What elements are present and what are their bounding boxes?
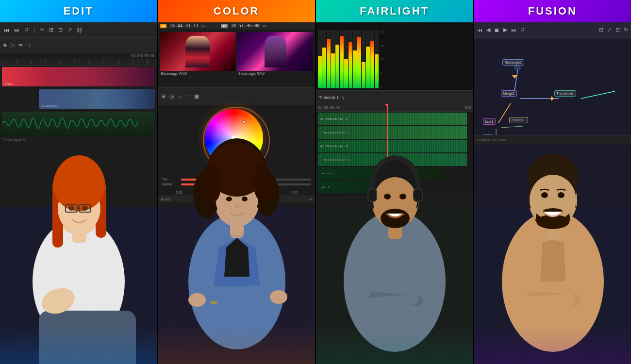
edit-bottom-overlay bbox=[0, 325, 157, 364]
fusion-header[interactable]: FUSION bbox=[474, 0, 631, 22]
fit-icon[interactable]: ⊡ bbox=[615, 27, 620, 33]
svg-point-40 bbox=[253, 165, 273, 202]
svg-point-25 bbox=[68, 206, 74, 211]
svg-point-57 bbox=[384, 194, 391, 199]
edit-header[interactable]: EDIT bbox=[0, 0, 157, 22]
razor-icon[interactable]: ⋮ bbox=[27, 42, 32, 48]
cut-icon[interactable]: ✂ bbox=[40, 27, 44, 33]
color-timecodes-bar: 14 18:44:31:11 V2 15 18:51:36:08 V2 bbox=[158, 22, 316, 29]
fusion-title: FUSION bbox=[528, 5, 577, 17]
edit-title: EDIT bbox=[64, 5, 94, 17]
clip1-badge: 14 bbox=[160, 24, 167, 28]
svg-point-43 bbox=[235, 205, 239, 208]
clip1-timecode: 18:44:31:11 bbox=[169, 23, 199, 28]
monitor-icon[interactable]: ⊟ bbox=[58, 27, 63, 33]
fullscreen-icon[interactable]: ⤢ bbox=[607, 27, 612, 33]
svg-point-85 bbox=[541, 192, 548, 198]
svg-point-39 bbox=[200, 165, 221, 204]
undo-icon[interactable]: ↺ bbox=[24, 27, 29, 33]
clip2-thumbnail bbox=[237, 32, 313, 71]
fairlight-header[interactable]: FAIRLIGHT bbox=[316, 0, 473, 22]
edit-toolbar2: ◈ ▷ ⇔ ⋮ bbox=[0, 38, 157, 52]
scale-21: 21 bbox=[381, 30, 384, 33]
clip1-version: V2 bbox=[201, 24, 206, 28]
transform-icon[interactable]: ↗ bbox=[67, 27, 72, 33]
fusion-bottom-overlay bbox=[474, 325, 631, 364]
color-bottom-overlay bbox=[158, 325, 316, 364]
svg-rect-61 bbox=[368, 189, 376, 201]
node-rectangle1-label: Rectangle1 bbox=[505, 61, 522, 64]
person-color-wrapper bbox=[158, 78, 316, 364]
skip-back-icon[interactable]: ⏮ bbox=[4, 27, 9, 33]
person-fusion-svg bbox=[474, 78, 631, 364]
skip-to-start-icon[interactable]: ⏮ bbox=[477, 27, 482, 33]
fusion-toolbar: ⏮ ◀ ⏹ ▶ ⏭ ↺ ⊟ ⤢ ⊡ ↻ bbox=[474, 22, 631, 38]
ruler-ticks bbox=[2, 60, 155, 66]
blade-icon[interactable]: ◈ bbox=[3, 42, 7, 48]
svg-rect-71 bbox=[515, 66, 520, 70]
fairlight-bottom-overlay bbox=[316, 325, 473, 364]
color-title: COLOR bbox=[214, 5, 259, 17]
person-edit-wrapper bbox=[0, 78, 157, 364]
svg-point-41 bbox=[226, 197, 232, 201]
svg-point-86 bbox=[558, 192, 565, 198]
step-back-icon[interactable]: ◀ bbox=[486, 27, 490, 33]
fairlight-panel: FAIRLIGHT bbox=[315, 0, 473, 364]
person-color-svg bbox=[158, 78, 316, 364]
color-panel: COLOR 14 18:44:31:11 V2 15 18:51:36:08 V… bbox=[157, 0, 316, 364]
skip-fwd-icon[interactable]: ⏭ bbox=[14, 27, 19, 33]
loop-icon[interactable]: ↺ bbox=[520, 27, 525, 33]
person-fairlight-svg bbox=[316, 78, 473, 364]
slip-icon[interactable]: ⇔ bbox=[18, 42, 23, 48]
link-icon[interactable]: ⛓ bbox=[77, 27, 82, 33]
scale-9: 9 bbox=[381, 72, 384, 75]
stop-icon[interactable]: ⏹ bbox=[494, 27, 499, 33]
node-rectangle1[interactable]: Rectangle1 bbox=[502, 59, 524, 66]
edit-timecode: 01:00:26:00 bbox=[0, 52, 157, 59]
clip2-timecode: 18:51:36:08 bbox=[231, 23, 260, 28]
person-fairlight-wrapper bbox=[316, 78, 473, 364]
clip1-thumbnail bbox=[160, 32, 236, 71]
svg-point-31 bbox=[270, 290, 287, 304]
person-fusion-wrapper bbox=[474, 78, 631, 364]
svg-point-26 bbox=[82, 206, 88, 211]
skip-to-end-icon[interactable]: ⏭ bbox=[511, 27, 516, 33]
svg-point-30 bbox=[188, 293, 206, 307]
scale-19: 19 bbox=[381, 44, 384, 47]
pointer-icon[interactable]: ▷ bbox=[11, 42, 15, 48]
scale-15: 15 bbox=[381, 58, 384, 61]
svg-point-42 bbox=[242, 197, 248, 201]
svg-point-21 bbox=[54, 163, 104, 211]
fairlight-title: FAIRLIGHT bbox=[360, 5, 429, 17]
rotate-icon[interactable]: ↻ bbox=[624, 27, 628, 33]
svg-rect-62 bbox=[414, 189, 422, 201]
clip1-label: Blackmagic RAW bbox=[160, 71, 236, 76]
edit-panel: EDIT ⏮ ⏭ ↺ | ✂ ⊞ ⊟ ↗ ⛓ ◈ ▷ ⇔ ⋮ 01:00:26:… bbox=[0, 0, 157, 364]
person-edit-svg bbox=[0, 78, 157, 364]
timeline-ruler bbox=[0, 59, 157, 66]
clip2-version: V2 bbox=[263, 24, 267, 28]
edit-toolbar: ⏮ ⏭ ↺ | ✂ ⊞ ⊟ ↗ ⛓ bbox=[0, 22, 157, 38]
svg-point-58 bbox=[399, 194, 406, 199]
monitor2-icon[interactable]: ⊟ bbox=[599, 27, 603, 33]
clip2-label: Blackmagic RAW bbox=[237, 71, 313, 76]
play-icon[interactable]: ▶ bbox=[503, 27, 507, 33]
color-header[interactable]: COLOR bbox=[158, 0, 316, 22]
fusion-panel: FUSION ⏮ ◀ ⏹ ▶ ⏭ ↺ ⊟ ⤢ ⊡ ↻ bbox=[473, 0, 631, 364]
svg-rect-44 bbox=[211, 301, 217, 304]
clip2-badge: 15 bbox=[221, 24, 228, 28]
timecode-value: 01:00:26:00 bbox=[131, 53, 154, 58]
grid-icon[interactable]: ⊞ bbox=[49, 27, 53, 33]
